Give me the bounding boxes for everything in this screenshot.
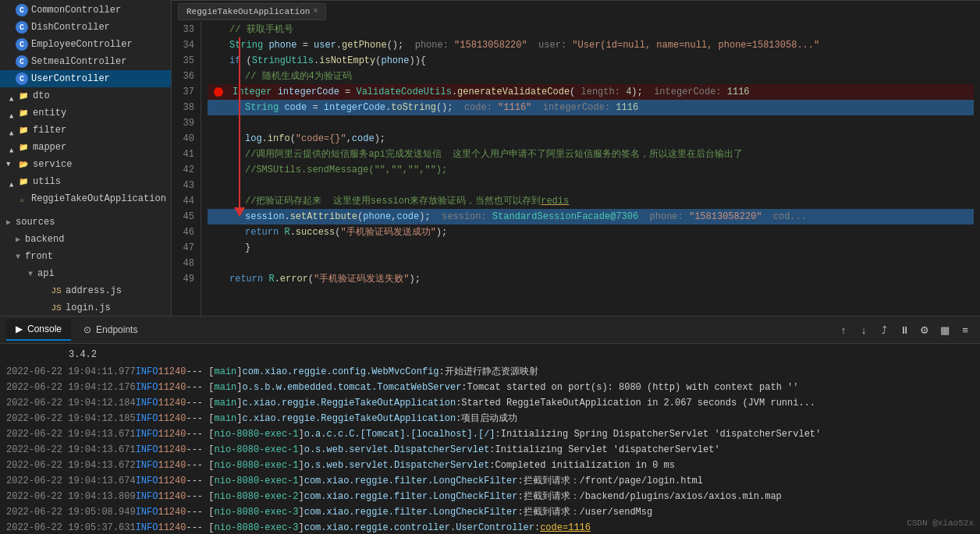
code-line-41: //调用阿里云提供的短信服务api完成发送短信 这里个人用户申请不了阿里云短信服… [208,147,974,162]
file-tab-name: ReggieTakeOutApplication [186,7,310,16]
panel-toolbar: ↑ ↓ ⤴ ⏸ ⚙ ▦ ≡ [835,321,974,338]
sidebar-item-label: UserController [31,73,110,84]
sidebar-item-label: mapper [33,142,66,153]
code-line-33: // 获取手机号 [208,22,974,37]
folder-open-icon: 📂 [17,158,30,171]
sidebar-item-label: CommonController [31,5,121,16]
sidebar-item-service[interactable]: ▼ 📂 service [0,156,171,173]
sidebar-item-common-controller[interactable]: C CommonController [0,2,171,19]
file-icon: ☕ [16,193,28,205]
console-content[interactable]: 3.4.2 2022-06-22 19:04:11.977 INFO 11240… [0,344,980,534]
toolbar-btn-3[interactable]: ⤴ [875,321,893,338]
code-line-46: return R.success("手机验证码发送成功"); [208,225,974,240]
js-file-icon: JS [50,285,62,297]
sidebar-item-label: login.js [66,302,111,313]
sidebar-item-reggie-app[interactable]: ☕ ReggieTakeOutApplication [0,190,171,207]
class-icon: C [16,72,28,85]
log-line-10: 2022-06-22 19:05:08.949 INFO 11240 --- [… [6,504,974,520]
arrow-icon: ▶ [7,91,16,101]
log-line-4: 2022-06-22 19:04:12.185 INFO 11240 --- [… [6,411,974,426]
sidebar-item-label: entity [33,108,66,118]
sidebar-item-label: DishController [31,22,110,33]
sidebar-item-label: dto [33,90,50,101]
sidebar-address-js[interactable]: JS address.js [0,282,171,299]
code-line-45: session.setAttribute(phone,code); sessio… [208,209,974,225]
sidebar-item-label: SetmealController [31,56,126,67]
log-pid: 11240 [158,364,186,380]
class-icon: C [16,21,28,34]
code-line-37: Integer integerCode = ValidateCodeUtils.… [208,84,974,100]
sidebar-login-js[interactable]: JS login.js [0,299,171,316]
close-tab-button[interactable]: × [313,7,318,16]
log-message: 开始进行静态资源映射 [445,364,538,380]
sidebar-item-employee-controller[interactable]: C EmployeeController [0,36,171,53]
log-class: com.xiao.reggie.config.WebMvcConfig [243,364,439,380]
folder-icon: 📁 [17,175,30,188]
sidebar-item-dish-controller[interactable]: C DishController [0,19,171,36]
toolbar-btn-scroll-1[interactable]: ▦ [936,321,953,338]
sidebar-sources[interactable]: ▶ sources [0,214,171,231]
bottom-panel: ▶ Console ⊙ Endpoints ↑ ↓ ⤴ ⏸ ⚙ ▦ ≡ 3.4.… [0,316,980,534]
arrow-icon: ▼ [6,161,16,168]
sidebar-item-label: EmployeeController [31,39,133,50]
tab-endpoints-label: Endpoints [96,324,137,335]
log-thread: main [214,364,236,380]
editor-wrapper: ReggieTakeOutApplication × 33 34 35 36 3… [172,0,980,316]
code-line-39 [208,115,974,131]
console-icon: ▶ [16,324,23,334]
code-editor[interactable]: 33 34 35 36 37 38 39 40 41 42 43 44 45 4… [172,22,980,316]
folder-icon: 📁 [17,90,30,102]
arrow-icon: ▶ [7,108,16,118]
code-line-40: log.info("code={}",code); [208,131,974,147]
sidebar-item-label: front [25,251,53,262]
toolbar-btn-2[interactable]: ↓ [855,321,872,338]
toolbar-btn-1[interactable]: ↑ [835,321,852,338]
sidebar-backend[interactable]: ▶ backend [0,231,171,248]
version-text: 3.4.2 [69,347,97,362]
folder-icon: 📁 [17,107,30,119]
sidebar-item-label: address.js [66,285,122,296]
log-line-5: 2022-06-22 19:04:13.671 INFO 11240 --- [… [6,426,974,442]
folder-icon: 📁 [17,124,30,136]
folder-icon: 📁 [17,141,30,154]
file-tab-reggie[interactable]: ReggieTakeOutApplication × [178,3,326,20]
log-line-7: 2022-06-22 19:04:13.672 INFO 11240 --- [… [6,458,974,473]
sidebar-item-setmeal-controller[interactable]: C SetmealController [0,53,171,70]
arrow-icon: ▶ [7,143,16,152]
sidebar-item-label: service [33,159,72,170]
sidebar-api[interactable]: ▼ api [0,265,171,282]
sidebar-item-label: sources [16,217,55,228]
log-line-6: 2022-06-22 19:04:13.671 INFO 11240 --- [… [6,442,974,458]
class-icon: C [16,55,28,68]
top-area: C CommonController C DishController C Em… [0,0,980,316]
sidebar-item-dto[interactable]: ▶ 📁 dto [0,87,171,104]
code-line-43 [208,178,974,193]
sidebar-item-entity[interactable]: ▶ 📁 entity [0,104,171,122]
sidebar-item-mapper[interactable]: ▶ 📁 mapper [0,139,171,156]
tab-endpoints[interactable]: ⊙ Endpoints [74,319,147,341]
toolbar-btn-scroll-2[interactable]: ≡ [957,321,974,338]
sidebar-item-user-controller[interactable]: C UserController [0,70,171,87]
code-line-35: if (StringUtils.isNotEmpty(phone)){ [208,53,974,69]
code-line-49: return R.error("手机验证码发送失败"); [208,271,974,287]
code-line-38: String code = integerCode.toString(); co… [208,100,974,115]
file-tab-bar: ReggieTakeOutApplication × [172,0,980,22]
tab-console[interactable]: ▶ Console [6,319,71,341]
sidebar-item-label: api [37,268,55,279]
code-line-36: // 随机生成的4为验证码 [208,69,974,84]
log-date: 2022-06-22 19:04:12.176 [6,380,136,395]
code-line-42: //SMSUtils.sendMessage("","","",""); [208,162,974,178]
sidebar-item-utils[interactable]: ▶ 📁 utils [0,173,171,190]
main-container: C CommonController C DishController C Em… [0,0,980,534]
code-line-44: //把验证码存起来 这里使用session来存放验证码，当然也可以存到redis [208,193,974,209]
log-line-3: 2022-06-22 19:04:12.184 INFO 11240 --- [… [6,395,974,411]
sidebar-item-filter[interactable]: ▶ 📁 filter [0,122,171,139]
toolbar-btn-4[interactable]: ⏸ [896,321,913,338]
toolbar-btn-5[interactable]: ⚙ [916,321,933,338]
code-line-47: } [208,240,974,256]
code-content: // 获取手机号 String phone = user.getPhone();… [201,22,980,287]
log-line-1: 2022-06-22 19:04:11.977 INFO 11240 --- [… [6,364,974,380]
sidebar-front[interactable]: ▼ front [0,248,171,265]
log-date: 2022-06-22 19:04:11.977 [6,364,136,380]
version-line: 3.4.2 [6,347,974,362]
